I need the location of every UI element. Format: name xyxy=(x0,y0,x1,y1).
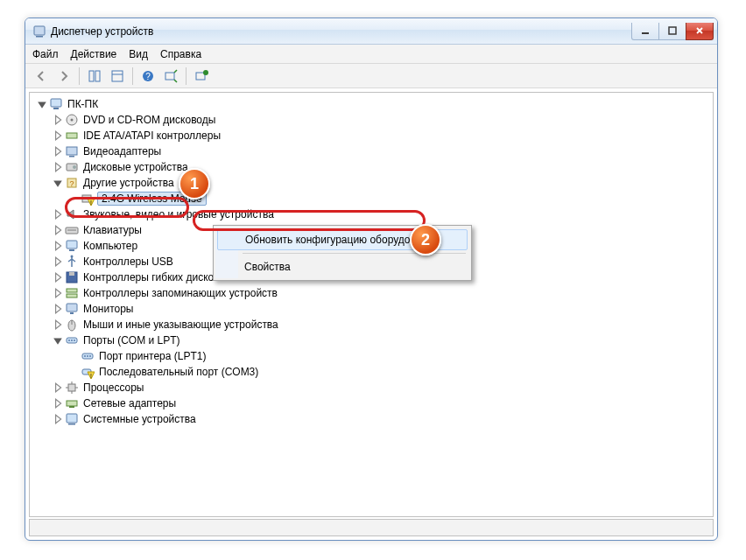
expander-closed-icon[interactable] xyxy=(53,209,63,220)
tree-audio[interactable]: Звуковые, видео и игровые устройства xyxy=(32,206,711,222)
tree-item-label: Мыши и иные указывающие устройства xyxy=(81,318,280,331)
annotation-callout-2: 2 xyxy=(410,224,441,256)
expander-closed-icon[interactable] xyxy=(53,146,63,157)
svg-text:!: ! xyxy=(90,373,92,379)
svg-rect-1 xyxy=(36,36,43,38)
device-tree-panel[interactable]: ПК-ПК DVD и CD-ROM дисководыIDE ATA/ATAP… xyxy=(29,92,714,517)
tree-other[interactable]: ?Другие устройства xyxy=(32,175,711,191)
tree-item-label: Процессоры xyxy=(81,382,146,394)
minimize-button[interactable] xyxy=(631,23,659,40)
tree-item-label: Контроллеры гибких дисков xyxy=(81,271,222,284)
tree-network[interactable]: Сетевые адаптеры xyxy=(32,396,711,411)
tree-root[interactable]: ПК-ПК xyxy=(32,96,711,112)
tree-system[interactable]: Системные устройства xyxy=(32,411,711,427)
audio-icon xyxy=(65,207,79,221)
expander-closed-icon[interactable] xyxy=(53,130,63,141)
menu-action[interactable]: Действие xyxy=(71,48,117,60)
svg-text:?: ? xyxy=(145,72,151,81)
svg-point-45 xyxy=(87,355,88,357)
tree-item-label: Видеоадаптеры xyxy=(81,145,163,158)
port-icon xyxy=(65,333,79,347)
disc-icon xyxy=(65,113,79,127)
port-icon xyxy=(81,349,95,363)
monitor-icon xyxy=(65,302,79,316)
toolbar-back-button[interactable] xyxy=(31,66,52,87)
svg-point-46 xyxy=(89,355,91,357)
app-icon xyxy=(32,24,46,38)
svg-rect-10 xyxy=(165,73,174,80)
toolbar-refresh-button[interactable] xyxy=(191,66,212,87)
tree-mice[interactable]: Мыши и иные указывающие устройства xyxy=(32,317,711,332)
tree-item-label: DVD и CD-ROM дисководы xyxy=(81,114,217,126)
expander-closed-icon[interactable] xyxy=(53,319,63,330)
expander-open-icon[interactable] xyxy=(53,178,63,188)
close-button[interactable] xyxy=(686,23,714,40)
svg-rect-29 xyxy=(69,249,74,251)
expander-closed-icon[interactable] xyxy=(53,256,63,267)
ide-icon xyxy=(65,129,79,143)
expander-closed-icon[interactable] xyxy=(53,162,63,172)
menu-file[interactable]: Файл xyxy=(32,48,59,60)
toolbar-help-button[interactable]: ? xyxy=(137,66,158,87)
tree-ide[interactable]: IDE ATA/ATAPI контроллеры xyxy=(32,128,711,144)
window-title: Диспетчер устройств xyxy=(51,25,153,38)
expander-closed-icon[interactable] xyxy=(53,241,63,251)
tree-monitors[interactable]: Мониторы xyxy=(32,301,711,317)
toolbar-properties-button[interactable] xyxy=(107,66,128,87)
tree-item-label: Звуковые, видео и игровые устройства xyxy=(81,208,276,220)
expander-closed-icon[interactable] xyxy=(53,382,63,393)
tree-wireless-mouse[interactable]: !2.4G Wireless Mouse xyxy=(32,191,711,206)
svg-rect-3 xyxy=(669,27,676,34)
svg-point-12 xyxy=(203,70,208,75)
expander-closed-icon[interactable] xyxy=(53,288,63,298)
expander-open-icon[interactable] xyxy=(37,99,47,109)
expander-closed-icon[interactable] xyxy=(53,398,63,409)
toolbar-forward-button[interactable] xyxy=(53,66,74,87)
storage-icon xyxy=(65,286,79,300)
context-menu-properties[interactable]: Свойства xyxy=(216,256,468,277)
tree-dvd[interactable]: DVD и CD-ROM дисководы xyxy=(32,112,711,128)
svg-point-21 xyxy=(73,165,76,169)
menubar: Файл Действие Вид Справка xyxy=(25,45,717,64)
svg-rect-28 xyxy=(67,241,77,248)
svg-point-40 xyxy=(68,340,70,341)
tree-item-label: Контроллеры USB xyxy=(81,256,175,268)
tree-cpu[interactable]: Процессоры xyxy=(32,380,711,396)
menu-view[interactable]: Вид xyxy=(129,48,148,60)
svg-rect-6 xyxy=(112,71,123,81)
tree-lpt1[interactable]: Порт принтера (LPT1) xyxy=(32,348,711,364)
toolbar-scan-button[interactable] xyxy=(160,66,181,87)
tree-item-label: Компьютер xyxy=(81,240,139,252)
expander-closed-icon[interactable] xyxy=(53,304,63,314)
tree-storage[interactable]: Контроллеры запоминающих устройств xyxy=(32,285,711,301)
computer-icon xyxy=(49,97,63,111)
svg-rect-18 xyxy=(67,147,77,155)
maximize-button[interactable] xyxy=(658,23,686,40)
menu-help[interactable]: Справка xyxy=(160,48,201,60)
expander-closed-icon[interactable] xyxy=(53,225,63,235)
svg-rect-54 xyxy=(67,401,77,406)
svg-rect-17 xyxy=(67,133,77,138)
expander-closed-icon[interactable] xyxy=(53,272,63,283)
toolbar-showhide-button[interactable] xyxy=(84,66,105,87)
system-icon xyxy=(65,412,79,426)
tree-disk[interactable]: Дисковые устройства xyxy=(32,159,711,175)
expander-closed-icon[interactable] xyxy=(53,414,63,424)
svg-text:!: ! xyxy=(90,200,92,206)
tree-item-label: Мониторы xyxy=(81,303,135,315)
tree-video[interactable]: Видеоадаптеры xyxy=(32,144,711,159)
expander-closed-icon[interactable] xyxy=(53,115,63,125)
tree-com3[interactable]: !Последовательный порт (COM3) xyxy=(32,364,711,380)
video-icon xyxy=(65,144,79,158)
tree-ports[interactable]: Порты (COM и LPT) xyxy=(32,332,711,348)
tree-item-label: Порты (COM и LPT) xyxy=(81,334,182,346)
svg-rect-36 xyxy=(70,312,74,314)
tree-item-label: Клавиатуры xyxy=(81,224,144,236)
svg-rect-55 xyxy=(69,406,74,408)
other-icon: ? xyxy=(65,176,79,190)
svg-rect-0 xyxy=(34,26,45,35)
annotation-callout-1: 1 xyxy=(179,168,210,200)
expander-open-icon[interactable] xyxy=(53,335,63,346)
svg-point-41 xyxy=(71,340,73,341)
tree-item-label: Сетевые адаптеры xyxy=(81,397,178,410)
